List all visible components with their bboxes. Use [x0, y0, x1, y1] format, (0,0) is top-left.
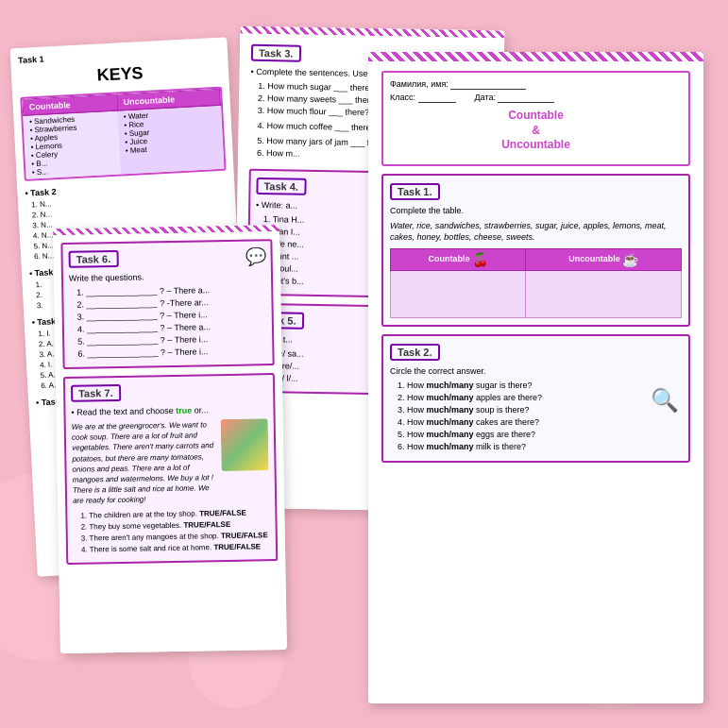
table-header-uncountable: Uncountable ☕: [526, 248, 682, 270]
countable-cell: • Sandwiches • Strawberries • Apples • L…: [24, 110, 121, 179]
task1-label-main: Task 1.: [390, 183, 440, 200]
task3-label: Task 3.: [251, 44, 301, 62]
countable-fill-cell: [391, 270, 526, 317]
task1-mini-label: Task 1: [18, 55, 44, 65]
uncountable-cell: • Water • Rice • Sugar • Juice • Meat: [118, 105, 224, 174]
table-header-countable: Countable 🍒: [391, 248, 526, 270]
task2-item-4: 4. How much/many cakes are there?: [390, 417, 682, 427]
chat-icon: 💬: [245, 245, 265, 266]
tasks67-card: Task 6. 💬 Write the questions. 1. ______…: [53, 225, 287, 653]
task2-instruction: Circle the correct answer.: [390, 366, 682, 376]
main-card: Фамилия, имя: Класс: Дата: Countable&Unc…: [368, 52, 703, 703]
task2-item-1: 1. How much/many sugar is there?: [390, 381, 682, 390]
task6-instruction: Write the questions.: [69, 270, 265, 283]
keys-title: KEYS: [19, 59, 222, 90]
task2-item-2: 2. How much/many apples are there?: [390, 393, 682, 402]
class-label: Класс:: [390, 93, 456, 103]
task7-text: We are at the greengrocer's. We want to …: [72, 419, 217, 506]
task1-word-list: Water, rice, sandwiches, strawberries, s…: [390, 220, 682, 244]
task6-label: Task 6.: [69, 250, 119, 268]
task7-label: Task 7.: [71, 384, 121, 402]
task4-preview-label: Task 4.: [256, 178, 306, 195]
task2-item-3: 3. How much/many soup is there?: [390, 405, 682, 415]
magnifier-icon: 🔍: [651, 387, 679, 414]
task2-item-5: 5. How much/many eggs are there?: [390, 430, 682, 439]
task7-instruction: • Read the text and choose true or...: [71, 404, 267, 417]
task2-item-6: 6. How much/many milk is there?: [390, 442, 682, 451]
name-label: Фамилия, имя:: [390, 79, 526, 90]
food-image: [221, 418, 269, 471]
uncountable-fill-cell: [526, 270, 682, 317]
task1-instruction: Complete the table.: [390, 206, 682, 215]
countable-uncountable-title: Countable&Uncountable: [390, 109, 682, 153]
date-label: Дата:: [475, 93, 555, 103]
task2-label-main: Task 2.: [390, 344, 440, 361]
